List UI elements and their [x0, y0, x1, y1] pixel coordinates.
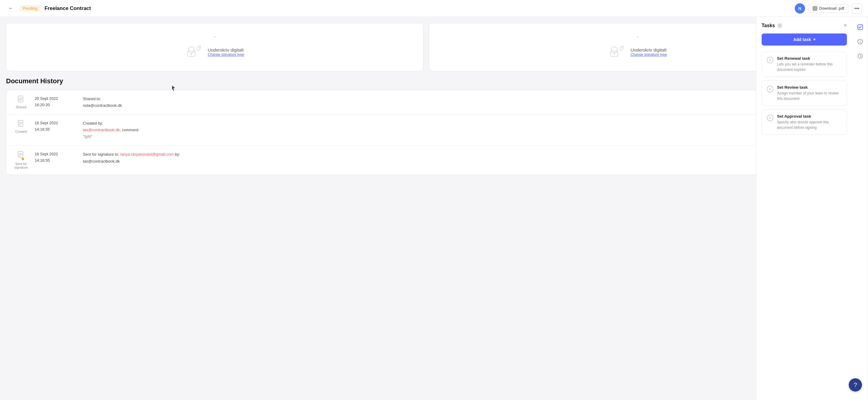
sent-label: Sent for signature to:	[83, 152, 119, 156]
history-table: Shared 20 Sept 202216:20:20 Shared to: n…	[6, 90, 846, 175]
shared-to-email: nola@contractbook.dk	[83, 103, 122, 108]
history-detail-created: Created by: tas@contractbook.dk, comment…	[83, 120, 139, 140]
tasks-header: Tasks i ×	[756, 17, 852, 32]
lock-icon-right	[608, 43, 626, 61]
task-card-approval: + Set Approval task Specify who should a…	[762, 110, 847, 135]
tasks-info-icon[interactable]: i	[777, 23, 782, 28]
review-task-desc: Assign member of your team to review thi…	[777, 90, 842, 102]
history-date-shared: 20 Sept 202216:20:20	[35, 96, 77, 108]
task-card-review: + Set Review task Assign member of your …	[762, 81, 847, 106]
created-doc-icon	[18, 120, 25, 128]
panel-sign-label-left: Underskriv digitalt	[208, 47, 244, 53]
svg-point-0	[188, 47, 194, 53]
created-by-email: tas@contractbook.dk	[83, 127, 120, 132]
tasks-close-button[interactable]: ×	[844, 22, 847, 29]
download-label: Download .pdf	[819, 6, 844, 10]
history-detail-shared: Shared to: nola@contractbook.dk	[83, 96, 122, 109]
pending-badge: Pending	[20, 5, 40, 11]
avatar: N	[795, 3, 805, 13]
panel-sign-info-left: Underskriv digitalt Change signature typ…	[208, 47, 244, 57]
history-icon-col-created: Created	[13, 120, 29, 133]
panel-dash-right: -	[637, 33, 639, 40]
sent-dot-indicator	[22, 158, 24, 160]
history-status-shared: Shared	[16, 105, 26, 109]
svg-rect-22	[18, 120, 23, 126]
panel-icon-wrap-left: Underskriv digitalt Change signature typ…	[185, 43, 244, 61]
created-comment-value: "fgfd"	[83, 134, 92, 139]
sent-to-email: tanya.stoyanovast@gmail.com	[120, 152, 174, 156]
svg-point-15	[622, 46, 624, 48]
layout: - Underskriv digitalt	[0, 17, 868, 400]
side-icons	[852, 17, 868, 400]
doc-panel-left: - Underskriv digitalt	[6, 23, 424, 71]
document-history-title: Document History	[6, 77, 846, 85]
change-sig-link-right[interactable]: Change signature type	[630, 53, 667, 57]
renewal-plus-button[interactable]: +	[767, 57, 773, 63]
created-by-label: Created by:	[83, 121, 103, 125]
approval-task-desc: Specify who should approve this document…	[777, 119, 842, 130]
svg-rect-18	[18, 96, 23, 102]
svg-point-32	[860, 40, 861, 41]
add-task-caret: ▾	[813, 37, 815, 41]
tasks-icon-button[interactable]	[855, 22, 865, 32]
history-icon-col-shared: Shared	[13, 96, 29, 109]
help-button[interactable]: ?	[849, 378, 862, 392]
download-button[interactable]: ↓ Download .pdf	[808, 4, 849, 13]
svg-point-6	[199, 46, 201, 48]
renewal-task-desc: Lets you set a reminder before this docu…	[777, 61, 842, 73]
more-options-button[interactable]: •••	[852, 3, 862, 13]
panel-sign-label-right: Underskriv digitalt	[630, 47, 667, 53]
shared-doc-icon	[18, 96, 25, 104]
svg-point-9	[611, 47, 617, 53]
topbar: ← Pending Freelance Contract N ↓ Downloa…	[0, 0, 868, 17]
history-detail-sent: Sent for signature to: tanya.stoyanovast…	[83, 151, 180, 164]
history-row-created: Created 16 Sept 202214:16:55 Created by:…	[6, 115, 846, 146]
info-icon-button[interactable]	[855, 37, 865, 47]
download-icon: ↓	[812, 6, 817, 11]
history-date-created: 16 Sept 202214:16:55	[35, 120, 77, 133]
shared-to-label: Shared to:	[83, 96, 101, 101]
history-icon-col-sent: Sent forsignature	[13, 151, 29, 169]
sent-icon-wrap	[18, 151, 25, 161]
svg-rect-12	[614, 54, 615, 55]
main-content: - Underskriv digitalt	[0, 17, 852, 400]
task-card-renewal: + Set Renewal task Lets you set a remind…	[762, 52, 847, 77]
approval-task-title: Set Approval task	[777, 114, 842, 119]
document-title: Freelance Contract	[44, 5, 790, 11]
change-sig-link-left[interactable]: Change signature type	[208, 53, 244, 57]
created-comment-label: , comment:	[120, 127, 139, 132]
history-status-sent: Sent forsignature	[14, 162, 28, 169]
renewal-task-title: Set Renewal task	[777, 56, 842, 61]
history-row-sent: Sent forsignature 16 Sept 202214:16:55 S…	[6, 146, 846, 175]
back-button[interactable]: ←	[6, 4, 16, 13]
topbar-right: N ↓ Download .pdf •••	[795, 3, 862, 13]
history-status-created: Created	[15, 130, 27, 133]
review-plus-button[interactable]: +	[767, 86, 773, 92]
lock-icon-left	[185, 43, 204, 61]
history-date-sent: 16 Sept 202214:16:55	[35, 151, 77, 164]
approval-plus-button[interactable]: +	[767, 115, 773, 121]
svg-rect-26	[18, 151, 23, 158]
panel-icon-wrap-right: Underskriv digitalt Change signature typ…	[608, 43, 667, 61]
approval-card-content: Set Approval task Specify who should app…	[777, 114, 842, 130]
svg-rect-3	[191, 54, 192, 55]
tasks-panel: Tasks i × Add task ▾ + Set Renewal task …	[756, 17, 852, 400]
panel-dash-left: -	[214, 33, 216, 40]
history-row-shared: Shared 20 Sept 202216:20:20 Shared to: n…	[6, 90, 846, 115]
review-card-content: Set Review task Assign member of your te…	[777, 85, 842, 102]
doc-panels: - Underskriv digitalt	[6, 17, 846, 74]
add-task-label: Add task	[793, 37, 811, 42]
review-task-title: Set Review task	[777, 85, 842, 90]
add-task-button[interactable]: Add task ▾	[762, 33, 847, 46]
sent-by-label: by:	[175, 152, 180, 156]
renewal-card-content: Set Renewal task Lets you set a reminder…	[777, 56, 842, 73]
document-history-section: Document History Shared 20 Sept	[6, 77, 846, 175]
sent-by-email: tas@contractbook.dk	[83, 159, 120, 164]
tasks-title: Tasks	[762, 23, 775, 28]
panel-sign-info-right: Underskriv digitalt Change signature typ…	[630, 47, 667, 57]
history-icon-button[interactable]	[855, 51, 865, 61]
tasks-title-row: Tasks i	[762, 23, 782, 28]
